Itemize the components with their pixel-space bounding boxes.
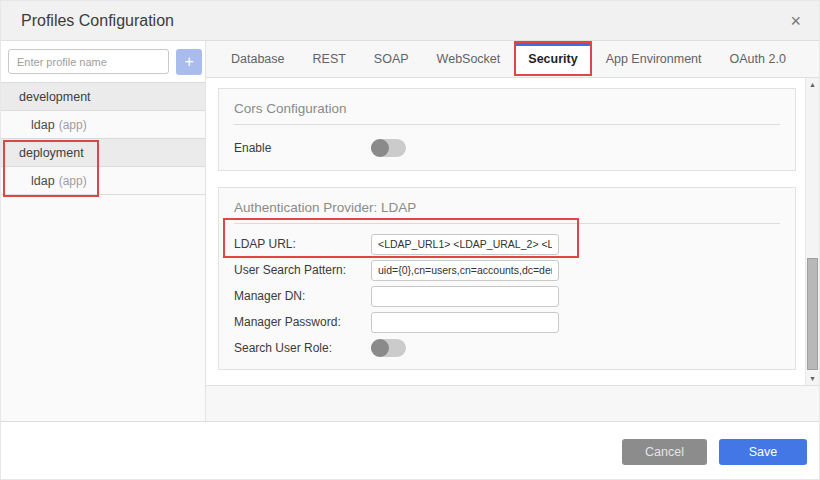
sidebar-item-suffix: (app) bbox=[59, 174, 87, 188]
field-row-enable: Enable bbox=[219, 135, 795, 161]
cancel-button[interactable]: Cancel bbox=[622, 439, 707, 465]
manager-dn-input[interactable] bbox=[371, 286, 559, 307]
field-row-ldap-url: LDAP URL: bbox=[219, 231, 795, 257]
tab-app-environment[interactable]: App Environment bbox=[592, 41, 716, 77]
section-divider bbox=[234, 124, 780, 125]
content-footer-strip bbox=[206, 385, 819, 421]
tab-security[interactable]: Security bbox=[514, 41, 591, 76]
toggle-knob bbox=[371, 139, 389, 157]
main-panel: DatabaseRESTSOAPWebSocketSecurityApp Env… bbox=[206, 41, 819, 421]
cors-fields: Enable bbox=[219, 135, 795, 161]
profile-input-row: + bbox=[1, 41, 205, 82]
field-row-search-user-role: Search User Role: bbox=[219, 335, 795, 361]
scroll-up-icon[interactable]: ▲ bbox=[806, 78, 819, 91]
add-profile-button[interactable]: + bbox=[176, 49, 202, 75]
field-label-ldap-url: LDAP URL: bbox=[234, 237, 371, 251]
profiles-configuration-dialog: Profiles Configuration × + developmentld… bbox=[0, 0, 820, 480]
dialog-header: Profiles Configuration × bbox=[1, 1, 819, 41]
field-label-search-user-role: Search User Role: bbox=[234, 341, 371, 355]
close-icon[interactable]: × bbox=[786, 10, 805, 32]
field-label-enable: Enable bbox=[234, 141, 371, 155]
section-divider bbox=[234, 223, 780, 224]
field-row-manager-password: Manager Password: bbox=[219, 309, 795, 335]
vertical-scrollbar[interactable]: ▲ ▼ bbox=[805, 78, 819, 385]
ldap-section-title: Authentication Provider: LDAP bbox=[219, 188, 795, 215]
field-label-manager-dn: Manager DN: bbox=[234, 289, 371, 303]
enable-toggle[interactable] bbox=[371, 139, 406, 157]
sidebar-item-suffix: (app) bbox=[59, 118, 87, 132]
tab-rest[interactable]: REST bbox=[299, 41, 360, 77]
tab-soap[interactable]: SOAP bbox=[360, 41, 423, 77]
ldap-provider-card: Authentication Provider: LDAP LDAP URL:U… bbox=[218, 187, 796, 370]
sidebar-item-label: deployment bbox=[19, 146, 84, 160]
field-row-manager-dn: Manager DN: bbox=[219, 283, 795, 309]
field-label-user-search-pattern: User Search Pattern: bbox=[234, 263, 371, 277]
tab-database[interactable]: Database bbox=[217, 41, 299, 77]
save-button[interactable]: Save bbox=[719, 439, 807, 465]
ldap-url-input[interactable] bbox=[371, 234, 559, 255]
cors-section-title: Cors Configuration bbox=[219, 89, 795, 116]
ldap-fields: LDAP URL:User Search Pattern:Manager DN:… bbox=[219, 231, 795, 361]
manager-password-input[interactable] bbox=[371, 312, 559, 333]
dialog-footer: Cancel Save bbox=[1, 421, 819, 480]
security-tab-content: Cors Configuration Enable Authentication… bbox=[206, 78, 819, 385]
cors-configuration-card: Cors Configuration Enable bbox=[218, 88, 796, 171]
sidebar-item-deployment[interactable]: deployment bbox=[1, 139, 205, 167]
scroll-down-icon[interactable]: ▼ bbox=[806, 372, 819, 385]
tab-bar: DatabaseRESTSOAPWebSocketSecurityApp Env… bbox=[206, 41, 819, 78]
sidebar-item-ldap[interactable]: ldap(app) bbox=[1, 111, 205, 139]
profile-list: developmentldap(app)deploymentldap(app) bbox=[1, 82, 205, 195]
sidebar-item-development[interactable]: development bbox=[1, 83, 205, 111]
search-user-role-toggle[interactable] bbox=[371, 339, 406, 357]
dialog-title: Profiles Configuration bbox=[21, 12, 786, 30]
field-label-manager-password: Manager Password: bbox=[234, 315, 371, 329]
profile-name-input[interactable] bbox=[8, 49, 169, 74]
sidebar-item-ldap[interactable]: ldap(app) bbox=[1, 167, 205, 195]
sidebar-item-label: ldap bbox=[31, 174, 55, 188]
scrollbar-thumb[interactable] bbox=[807, 258, 818, 370]
toggle-knob bbox=[371, 339, 389, 357]
user-search-pattern-input[interactable] bbox=[371, 260, 559, 281]
field-row-user-search-pattern: User Search Pattern: bbox=[219, 257, 795, 283]
sidebar-item-label: development bbox=[19, 90, 91, 104]
dialog-body: + developmentldap(app)deploymentldap(app… bbox=[1, 41, 819, 421]
profiles-sidebar: + developmentldap(app)deploymentldap(app… bbox=[1, 41, 206, 421]
sidebar-item-label: ldap bbox=[31, 118, 55, 132]
tab-oauth-2-0[interactable]: OAuth 2.0 bbox=[716, 41, 800, 77]
tab-websocket[interactable]: WebSocket bbox=[423, 41, 515, 77]
